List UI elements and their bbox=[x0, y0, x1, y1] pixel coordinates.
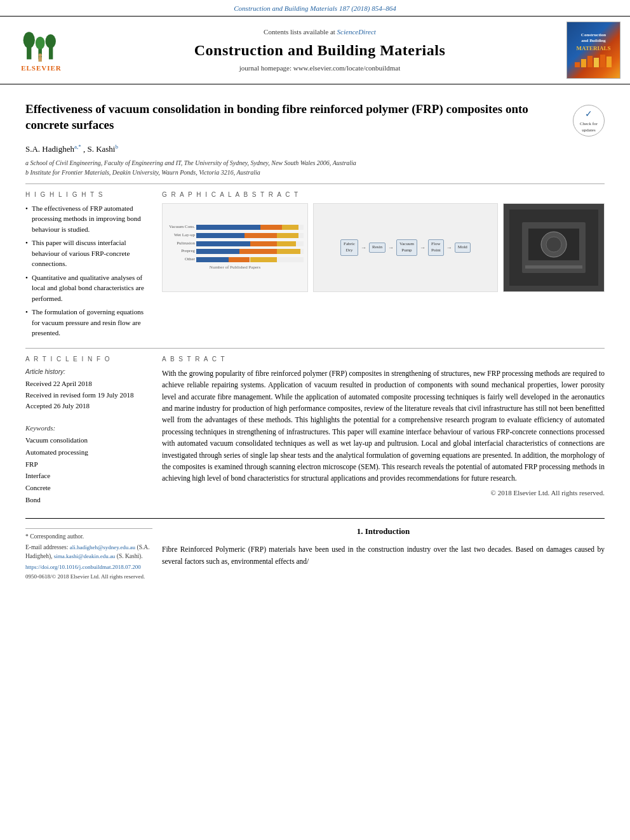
journal-header-center: Contents lists available at ScienceDirec… bbox=[83, 22, 557, 79]
bar-orange-2 bbox=[245, 233, 277, 238]
author2-sup: b bbox=[115, 143, 118, 150]
page: Construction and Building Materials 187 … bbox=[0, 0, 630, 840]
journal-reference-line: Construction and Building Materials 187 … bbox=[0, 0, 630, 16]
keywords-list: Vacuum consolidation Automated processin… bbox=[25, 434, 152, 505]
graphical-abstract-column: G R A P H I C A L A B S T R A C T Vacuum… bbox=[162, 190, 605, 342]
flow-arrow-3: → bbox=[420, 244, 426, 252]
author-separator: , S. Kashi bbox=[83, 145, 116, 154]
article-history-content: Received 22 April 2018 Received in revis… bbox=[25, 378, 152, 412]
article-title: Effectiveness of vacuum consolidation in… bbox=[25, 102, 566, 133]
bar-yellow-2 bbox=[277, 233, 298, 238]
flow-node-1: FabricDry bbox=[340, 239, 358, 256]
svg-rect-19 bbox=[525, 265, 582, 269]
journal-homepage: journal homepage: www.elsevier.com/locat… bbox=[239, 63, 400, 73]
footnotes-column: * Corresponding author. E-mail addresses… bbox=[25, 525, 152, 581]
bar-chart-box: Vacuum Cons. Wet Lay-up bbox=[162, 203, 308, 292]
chart-label-2: Wet Lay-up bbox=[166, 232, 195, 239]
article-info-column: A R T I C L E I N F O Article history: R… bbox=[25, 355, 152, 505]
flow-arrow-4: → bbox=[446, 244, 452, 252]
bar-blue-5 bbox=[196, 257, 229, 262]
elsevier-tree-icon bbox=[19, 27, 64, 62]
email2-name: (S. Kashi). bbox=[117, 553, 143, 559]
article-header: Effectiveness of vacuum consolidation in… bbox=[25, 102, 605, 137]
flow-arrow-2: → bbox=[388, 244, 394, 252]
highlight-item-2: This paper will discuss interfacial beha… bbox=[25, 237, 152, 269]
chart-x-label: Number of Published Papers bbox=[166, 265, 304, 271]
svg-rect-8 bbox=[575, 62, 580, 67]
email1-link[interactable]: ali.hadigheh@sydney.edu.au bbox=[70, 544, 135, 550]
svg-point-3 bbox=[36, 37, 45, 50]
sciencedirect-link[interactable]: ScienceDirect bbox=[337, 28, 376, 36]
intro-divider bbox=[25, 518, 605, 519]
keywords-label: Keywords: bbox=[25, 423, 152, 433]
chart-label-4: Prepreg bbox=[166, 248, 195, 255]
introduction-text-column: 1. Introduction Fibre Reinforced Polymer… bbox=[162, 525, 605, 581]
copyright-line: © 2018 Elsevier Ltd. All rights reserved… bbox=[162, 488, 605, 498]
svg-rect-12 bbox=[600, 55, 605, 67]
abstract-text: With the growing popularity of fibre rei… bbox=[162, 368, 605, 484]
keyword-5: Concrete bbox=[25, 482, 152, 494]
journal-cover-area: Construction and Building MATERIALS bbox=[563, 22, 624, 79]
authors-line: S.A. Hadigheha,* , S. Kashib bbox=[25, 143, 605, 156]
divider-2 bbox=[25, 348, 605, 349]
flow-node-5: Mold bbox=[455, 243, 471, 253]
elsevier-brand-text: ELSEVIER bbox=[21, 63, 62, 73]
bar-blue-1 bbox=[196, 225, 260, 230]
bar-orange-5 bbox=[229, 257, 250, 262]
svg-rect-13 bbox=[607, 57, 612, 67]
highlight-item-3: Quantitative and qualitative analyses of… bbox=[25, 272, 152, 304]
affiliations: a School of Civil Engineering, Faculty o… bbox=[25, 158, 605, 177]
intro-paragraph: Fibre Reinforced Polymeric (FRP) materia… bbox=[162, 543, 605, 567]
svg-rect-9 bbox=[581, 59, 586, 67]
bar-yellow-3 bbox=[277, 241, 296, 246]
bar-yellow-5 bbox=[250, 257, 277, 262]
cover-text-bottom: MATERIALS bbox=[577, 44, 611, 53]
contents-available-line: Contents lists available at ScienceDirec… bbox=[264, 27, 376, 37]
doi-link[interactable]: https://doi.org/10.1016/j.conbuildmat.20… bbox=[25, 563, 152, 572]
info-abstract-section: A R T I C L E I N F O Article history: R… bbox=[25, 355, 605, 505]
abstract-column: A B S T R A C T With the growing popular… bbox=[162, 355, 605, 505]
affil-a-text: a School of Civil Engineering, Faculty o… bbox=[25, 158, 356, 168]
svg-point-18 bbox=[546, 237, 561, 252]
chart-bar-container-2 bbox=[196, 233, 304, 238]
revised-date: Received in revised form 19 July 2018 bbox=[25, 390, 152, 401]
chart-label-1: Vacuum Cons. bbox=[166, 224, 195, 230]
contents-text: Contents lists available at bbox=[264, 28, 335, 36]
chart-bar-container-1 bbox=[196, 225, 304, 230]
cover-decoration-icon bbox=[572, 53, 616, 69]
elsevier-logo: ELSEVIER bbox=[19, 27, 64, 73]
email-label: E-mail addresses: bbox=[25, 544, 68, 550]
corresponding-author-note: * Corresponding author. bbox=[25, 532, 152, 541]
chart-label-3: Pultrusion bbox=[166, 241, 195, 247]
bar-orange-1 bbox=[260, 225, 282, 230]
chart-row-3: Pultrusion bbox=[166, 241, 304, 247]
chart-bar-container-3 bbox=[196, 241, 304, 246]
section-number: 1. bbox=[357, 526, 363, 536]
article-info-label: A R T I C L E I N F O bbox=[25, 355, 152, 364]
journal-ref-text: Construction and Building Materials 187 … bbox=[234, 4, 396, 12]
bar-chart-visual: Vacuum Cons. Wet Lay-up bbox=[163, 222, 307, 274]
chart-row-4: Prepreg bbox=[166, 248, 304, 255]
svg-point-6 bbox=[38, 53, 42, 57]
highlights-list: The effectiveness of FRP automated proce… bbox=[25, 203, 152, 338]
check-updates-badge: ✓ Check for updates bbox=[573, 105, 605, 137]
chart-label-5: Other bbox=[166, 257, 195, 263]
highlight-item-4: The formulation of governing equations f… bbox=[25, 307, 152, 338]
bar-yellow-4 bbox=[277, 249, 300, 254]
lab-photo-icon bbox=[509, 210, 598, 286]
bar-orange-3 bbox=[250, 241, 277, 246]
flow-node-2: Resin bbox=[369, 243, 385, 253]
lab-photo-box bbox=[503, 203, 605, 292]
email2-link[interactable]: sima.kashi@deakin.edu.au bbox=[54, 553, 116, 559]
check-updates-icon: ✓ bbox=[585, 108, 593, 121]
accepted-date: Accepted 26 July 2018 bbox=[25, 401, 152, 412]
bar-blue-4 bbox=[196, 249, 239, 254]
article-content: Effectiveness of vacuum consolidation in… bbox=[0, 84, 630, 512]
section-title-text: Introduction bbox=[365, 526, 410, 536]
flow-arrow-1: → bbox=[361, 244, 366, 252]
journal-cover-image: Construction and Building MATERIALS bbox=[566, 22, 620, 79]
keyword-2: Automated processing bbox=[25, 446, 152, 458]
received-date: Received 22 April 2018 bbox=[25, 378, 152, 390]
bar-blue-2 bbox=[196, 233, 245, 238]
flow-node-4: FlowPoint bbox=[428, 239, 444, 256]
